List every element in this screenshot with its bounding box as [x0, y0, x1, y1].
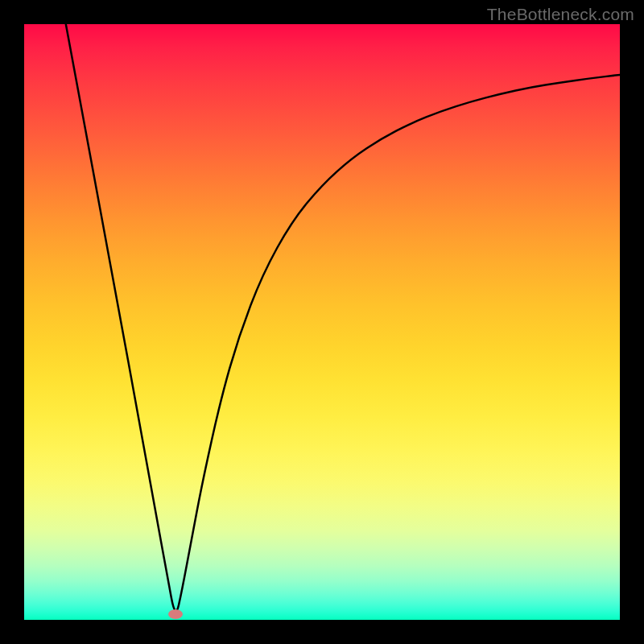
- chart-frame: TheBottleneck.com: [0, 0, 644, 644]
- curve-svg: [24, 24, 620, 620]
- optimum-marker: [168, 609, 183, 619]
- watermark-text: TheBottleneck.com: [487, 5, 634, 24]
- plot-area: [24, 24, 620, 620]
- curve-path: [66, 24, 620, 611]
